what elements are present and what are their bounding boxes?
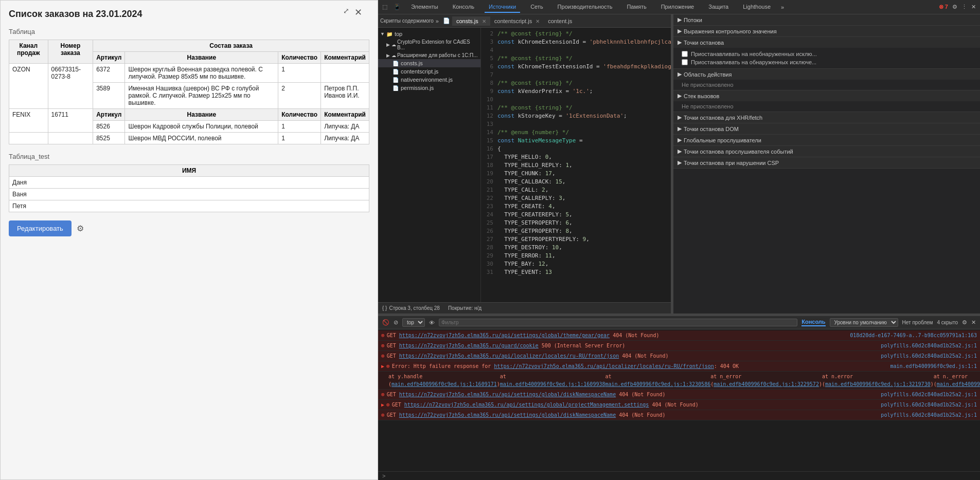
console-file-link[interactable]: main.edfb400996f0c9ed.js:1:1 — [890, 362, 977, 370]
debugger-section-watch-header[interactable]: ▶ Выражения контрольного значения — [673, 26, 980, 36]
error-url-link[interactable]: https://n72zvovj7zh5o.elma365.ru/guard/c… — [399, 343, 539, 348]
devtools-panel: ⬚ 📱 Элементы Консоль Источники Сеть Прои… — [378, 0, 980, 480]
console-entry-error1: ⊗ GET https://n72zvovj7zh5o.elma365.ru/a… — [378, 330, 980, 341]
tab-performance[interactable]: Производительность — [554, 2, 617, 13]
error-url-link[interactable]: https://n72zvovj7zh5o.elma365.ru/api/set… — [399, 333, 610, 338]
caught-exceptions-checkbox[interactable] — [682, 59, 688, 65]
console-icon-filter-toggle[interactable]: ⊘ — [394, 319, 398, 326]
subtab-consts-close[interactable]: ✕ — [482, 19, 486, 24]
debugger-section-event-listeners-header[interactable]: ▶ Точки останова прослушивателя событий — [673, 146, 980, 157]
devtools-icon-error-count: ⊗ 7 — [939, 4, 948, 10]
console-filter-input[interactable] — [439, 319, 797, 326]
console-file-link[interactable]: polyfills.60d2c840ad1b25a2.js:1 — [881, 411, 977, 419]
tab-console[interactable]: Консоль — [449, 2, 478, 13]
devtools-icon-device[interactable]: 📱 — [394, 4, 401, 10]
console-icon-clear[interactable]: 🚫 — [382, 319, 389, 326]
devtools-content-area: Скрипты содержимого » 📄 consts.js ✕ cont… — [378, 14, 980, 480]
folder-icon: 📁 — [386, 31, 393, 37]
chevron-down-icon: ▶ — [678, 137, 682, 143]
qty-cell: 1 — [278, 121, 321, 133]
tab-memory[interactable]: Память — [622, 2, 650, 13]
code-line: 31 TYPE_EVENT: 13 — [481, 268, 671, 276]
devtools-icon-inspect[interactable]: ⬚ — [382, 4, 387, 10]
stack-link[interactable]: main.edfb400996f0c9ed.js:1:3230586 — [605, 381, 710, 387]
console-input[interactable] — [387, 473, 976, 479]
tab-elements[interactable]: Элементы — [407, 2, 442, 13]
debugger-section-callstack-header[interactable]: ▶ Стек вызовов — [673, 90, 980, 101]
console-file-link[interactable]: polyfills.60d2c840ad1b25a2.js:1 — [881, 342, 977, 349]
debugger-section-csp-header[interactable]: ▶ Точки останова при нарушении CSP — [673, 157, 980, 168]
console-close-button[interactable]: ✕ — [971, 319, 976, 326]
console-file-link[interactable]: polyfills.60d2c840ad1b25a2.js:1 — [881, 391, 977, 398]
tab-security[interactable]: Защита — [704, 2, 733, 13]
code-line: 12 const kStorageKey = '1cExtensionData'… — [481, 112, 671, 120]
tab-sources[interactable]: Источники — [485, 2, 520, 13]
file-tree-item-1c[interactable]: ▶ ☁ Расширение для работы с 1С:П... — [378, 51, 480, 59]
uncaught-exceptions-checkbox[interactable] — [682, 51, 688, 57]
file-tree-label: Расширение для работы с 1С:П... — [397, 52, 478, 58]
chevron-down-icon: ▶ — [678, 71, 682, 78]
error-url-link[interactable]: https://n72zvovj7zh5o.elma365.ru/api/set… — [399, 412, 616, 418]
stack-link[interactable]: main.edfb400996f0c9ed.js:1:3219968 — [937, 381, 980, 387]
expand-icon[interactable]: ▶ — [381, 401, 384, 409]
tab-more[interactable]: » — [781, 4, 784, 10]
code-view: 2 /** @const {string} */ 3 const kChrome… — [481, 28, 671, 302]
settings-icon-button[interactable]: ⚙ — [77, 224, 84, 233]
cursor-position: { } Строка 3, столбец 28 — [382, 305, 440, 311]
error-icon: ⊗ — [386, 401, 390, 409]
stack-link[interactable]: main.edfb400996f0c9ed.js:1:3229572 — [714, 381, 819, 387]
code-line: 29 TYPE_ERROR: 11, — [481, 252, 671, 260]
subtab-contentscript[interactable]: contentscript.js ✕ — [490, 16, 544, 26]
stack-link[interactable]: main.edfb400996f0c9ed.js:1:1609938 — [500, 381, 605, 387]
console-file-link[interactable]: 018d20dd-e167-7469-a..7-b98cc059791a1:16… — [850, 331, 977, 339]
expand-icon[interactable]: ▶ — [381, 362, 384, 370]
devtools-icon-close[interactable]: ✕ — [971, 4, 976, 10]
edit-button[interactable]: Редактировать — [9, 220, 72, 236]
console-context-select[interactable]: top — [402, 318, 425, 327]
code-area: ▼ 📁 top ▶ ☁ CryptoPro Extension for CAdE… — [378, 28, 671, 302]
console-tab-label: Консоль — [801, 319, 825, 326]
file-tree-item-cryptopro[interactable]: ▶ ☁ CryptoPro Extension for CAdES B... — [378, 38, 480, 51]
console-level-select[interactable]: Уровни по умолчанию — [830, 318, 898, 327]
console-icon-eye[interactable]: 👁 — [429, 320, 435, 326]
file-tree-item-permission[interactable]: 📄 permission.js — [378, 84, 480, 92]
tab-application[interactable]: Приложение — [657, 2, 699, 13]
subtab-consts[interactable]: consts.js ✕ — [452, 16, 490, 26]
stack-link[interactable]: main.edfb400996f0c9ed.js:1:3219730 — [825, 381, 931, 387]
devtools-icon-more[interactable]: ⋮ — [961, 4, 967, 10]
col-composition: Состав заказа — [93, 40, 369, 52]
error-url-link[interactable]: https://n72zvovj7zh5o.elma365.ru/api/loc… — [399, 353, 619, 359]
file-tree-item-top[interactable]: ▼ 📁 top — [378, 30, 480, 38]
console-file-link[interactable]: polyfills.60d2c840ad1b25a2.js:1 — [881, 352, 977, 360]
debugger-section-breakpoints-header[interactable]: ▶ Точки останова — [673, 37, 980, 48]
file-tree-item-consts[interactable]: 📄 consts.js — [378, 59, 480, 67]
sub-name-header: Название — [125, 109, 278, 121]
console-text: GET https://n72zvovj7zh5o.elma365.ru/api… — [392, 401, 881, 409]
col-comment: Комментарий — [321, 52, 369, 64]
file-tree-label: contentscript.js — [401, 68, 438, 75]
subtab-contentscript-close[interactable]: ✕ — [536, 19, 540, 24]
arrow-icon: ▶ — [386, 42, 390, 47]
scripts-more[interactable]: » — [436, 18, 439, 24]
debugger-section-watch: ▶ Выражения контрольного значения — [673, 26, 980, 37]
file-icon: 📄 — [393, 85, 399, 91]
console-file-link[interactable]: polyfills.60d2c840ad1b25a2.js:1 — [881, 401, 977, 409]
tab-lighthouse[interactable]: Lighthouse — [739, 2, 775, 13]
debugger-section-scope-header[interactable]: ▶ Область действия — [673, 69, 980, 80]
file-tree-item-nativeenv[interactable]: 📄 nativeenvironment.js — [378, 76, 480, 84]
console-icon-settings[interactable]: ⚙ — [962, 319, 967, 326]
subtab-content[interactable]: content.js — [544, 16, 576, 26]
modal-expand-button[interactable]: ⤢ — [343, 7, 349, 15]
error-url-link[interactable]: https://n72zvovj7zh5o.elma365.ru/api/loc… — [494, 363, 714, 369]
stack-link[interactable]: main.edfb400996f0c9ed.js:1:1609171 — [391, 381, 497, 387]
debugger-section-threads-header[interactable]: ▶ Потоки — [673, 14, 980, 25]
error-url-link[interactable]: https://n72zvovj7zh5o.elma365.ru/api/set… — [399, 392, 616, 397]
modal-close-button[interactable]: ✕ — [354, 7, 362, 18]
file-tree-item-contentscript[interactable]: 📄 contentscript.js — [378, 67, 480, 76]
debugger-section-dom-header[interactable]: ▶ Точки останова DOM — [673, 123, 980, 134]
debugger-section-global-listeners-header[interactable]: ▶ Глобальные прослушиватели — [673, 135, 980, 145]
devtools-icon-settings[interactable]: ⚙ — [952, 4, 957, 10]
debugger-section-xhr-header[interactable]: ▶ Точки останова для XHR/fetch — [673, 112, 980, 123]
error-url-link[interactable]: https://n72zvovj7zh5o.elma365.ru/api/set… — [404, 402, 649, 408]
tab-network[interactable]: Сеть — [526, 2, 547, 13]
